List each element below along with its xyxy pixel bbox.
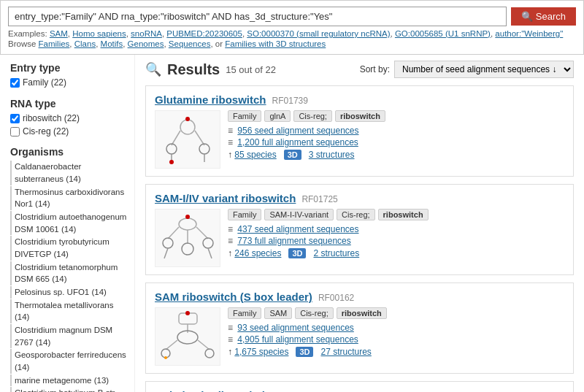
org-item-2[interactable]: Thermosinus carboxidivorans Nor1 (14) [10,186,127,210]
results-title-text: Results [167,61,220,78]
structures-link-rf01725[interactable]: 2 structures [313,248,359,258]
example-link-snorna[interactable]: snoRNA [131,29,162,38]
browse-clans[interactable]: Clans [74,39,96,48]
card-body-rf00162: Family SAM Cis-reg; riboswitch ≡ 93 seed… [155,307,564,366]
tag-family-3: Family [228,307,261,319]
sidebar-item-cisreg[interactable]: Cis-reg (22) [10,126,127,138]
sort-by-label: Sort by: [360,64,390,74]
species-link-rf01725[interactable]: 246 species [234,248,281,258]
svg-point-26 [185,311,190,315]
example-link-sam[interactable]: SAM [50,29,68,38]
svg-line-22 [166,340,177,350]
card-header-rf00174: Cobalamin riboswitch RF00174 [155,389,564,392]
svg-line-11 [196,227,208,239]
structures-link-rf00162[interactable]: 27 structures [320,347,371,357]
card-header-rf01739: Glutamine riboswitch RF01739 [155,93,564,106]
checkbox-riboswitch[interactable] [10,114,20,123]
tag-cisreg: Cis-reg; [293,110,332,122]
card-title-link-rf00174[interactable]: Cobalamin riboswitch [155,389,269,392]
stat-icon-seed-2: ≡ [228,224,233,234]
org-item-5[interactable]: Clostridium tetanomorphum DSM 665 (14) [10,261,127,285]
card-rfid-rf01739: RF01739 [272,96,308,106]
svg-line-1 [172,131,180,145]
sidebar-item-family-label: Family (22) [23,77,66,89]
browse-motifs[interactable]: Motifs [101,39,123,48]
org-item-11[interactable]: Clostridium botulinum B str. Eklund 17B … [10,387,127,392]
sidebar-section-rna-type: RNA type [10,98,127,109]
results-area: 🔍 Results 15 out of 22 Sort by: Number o… [135,55,584,392]
stat-icon-full-2: ≡ [228,236,233,246]
seed-link-rf01725[interactable]: 437 seed alignment sequences [237,224,358,234]
sidebar-item-cisreg-label: Cis-reg (22) [23,126,69,138]
card-thumbnail-rf01725 [155,209,220,267]
full-link-rf01739[interactable]: 1,200 full alignment sequences [237,137,358,147]
result-card-rf01739: Glutamine riboswitch RF01739 [145,85,574,177]
org-item-9[interactable]: Geosporobacter ferrireducens (14) [10,349,127,373]
card-header-rf00162: SAM riboswitch (S box leader) RF00162 [155,291,564,303]
checkbox-cisreg[interactable] [10,127,20,137]
browse-genomes[interactable]: Genomes [128,39,164,48]
org-item-8[interactable]: Clostridium magnum DSM 2767 (14) [10,324,127,348]
org-item-6[interactable]: Pelosinus sp. UFO1 (14) [10,286,127,299]
card-stat-full-rf01725: ≡ 773 full alignment sequences [228,236,564,246]
species-stat-rf01739: ↑ 85 species [228,150,277,160]
card-stat-seed-rf01739: ≡ 956 seed alignment sequences [228,126,564,136]
checkbox-family[interactable] [10,78,20,88]
card-tags-rf00162: Family SAM Cis-reg; riboswitch [228,307,564,319]
tag-riboswitch-3: riboswitch [337,307,387,319]
svg-point-4 [199,144,210,154]
tag-riboswitch-2: riboswitch [378,209,429,220]
browse-families-3d[interactable]: Families with 3D structures [225,39,326,48]
card-info-rf01725: Family SAM-I-IV-variant Cis-reg; riboswi… [228,209,564,267]
card-title-link-rf01739[interactable]: Glutamine riboswitch [155,93,266,106]
result-card-rf00162: SAM riboswitch (S box leader) RF00162 [145,283,574,374]
org-item-10[interactable]: marine metagenome (13) [10,374,127,387]
card-body-rf01739: Family glnA Cis-reg; riboswitch ≡ 956 se… [155,110,564,169]
sidebar-item-riboswitch-label: riboswitch (22) [23,112,80,125]
card-stat-full-rf00162: ≡ 4,905 full alignment sequences [228,334,564,345]
example-link-homo[interactable]: Homo sapiens [72,29,126,38]
svg-point-7 [185,117,190,121]
sort-by-select[interactable]: Number of seed alignment sequences ↓ Num… [394,61,574,78]
search-row: entry_type:"Family" AND rna_type:"ribosw… [8,7,576,26]
card-rfid-rf00162: RF00162 [318,293,354,303]
tag-family-2: Family [228,209,261,220]
badge-3d-rf01739: 3D [284,150,301,160]
search-examples: Examples: SAM, Homo sapiens, snoRNA, PUB… [8,29,576,38]
example-link-author[interactable]: author:"Weinberg" [495,29,563,38]
search-input[interactable]: entry_type:"Family" AND rna_type:"ribosw… [8,7,507,26]
org-item-1[interactable]: Caldanaerobacter subterraneus (14) [10,161,127,185]
full-link-rf00162[interactable]: 4,905 full alignment sequences [237,334,358,345]
tag-cisreg-3: Cis-reg; [295,307,334,319]
example-link-so[interactable]: SO:0000370 (small regulatory ncRNA) [247,29,390,38]
tag-glna: glnA [264,110,291,122]
sidebar-item-family[interactable]: Family (22) [10,77,127,89]
card-header-rf01725: SAM-I/IV variant riboswitch RF01725 [155,192,564,204]
tag-sam-iv: SAM-I-IV-variant [264,209,334,220]
org-item-7[interactable]: Thermotalea metallivorans (14) [10,299,127,323]
browse-sequences[interactable]: Sequences [169,39,211,48]
structures-link-rf01739[interactable]: 3 structures [309,150,355,160]
species-link-rf00162[interactable]: 1,675 species [234,347,288,357]
search-button[interactable]: 🔍 Search [511,7,576,26]
example-link-pubmed[interactable]: PUBMED:20230605 [166,29,242,38]
search-button-label: Search [536,11,566,22]
card-title-link-rf01725[interactable]: SAM-I/IV variant riboswitch [155,192,296,204]
main-layout: Entry type Family (22) RNA type riboswit… [0,55,584,392]
species-link-rf01739[interactable]: 85 species [234,150,276,160]
result-card-rf01725: SAM-I/IV variant riboswitch RF01725 [145,184,574,275]
org-item-4[interactable]: Clostridium tyrobutyricum DIVETGP (14) [10,236,127,260]
sidebar-item-riboswitch[interactable]: riboswitch (22) [10,112,127,125]
example-link-go[interactable]: GO:0005685 (U1 snRNP) [395,29,491,38]
card-stat-full-rf01739: ≡ 1,200 full alignment sequences [228,137,564,147]
result-card-rf00174: Cobalamin riboswitch RF00174 [145,381,574,392]
org-item-3[interactable]: Clostridium autoethanogenum DSM 10061 (1… [10,211,127,235]
card-stat-seed-rf00162: ≡ 93 seed alignment sequences [228,323,564,333]
seed-link-rf01739[interactable]: 956 seed alignment sequences [237,126,358,136]
svg-line-23 [198,340,210,350]
card-stat-row-rf01739: ↑ 85 species 3D 3 structures [228,150,564,160]
browse-families[interactable]: Families [39,39,70,48]
full-link-rf01725[interactable]: 773 full alignment sequences [237,236,350,246]
card-title-link-rf00162[interactable]: SAM riboswitch (S box leader) [155,291,312,303]
seed-link-rf00162[interactable]: 93 seed alignment sequences [237,323,353,333]
